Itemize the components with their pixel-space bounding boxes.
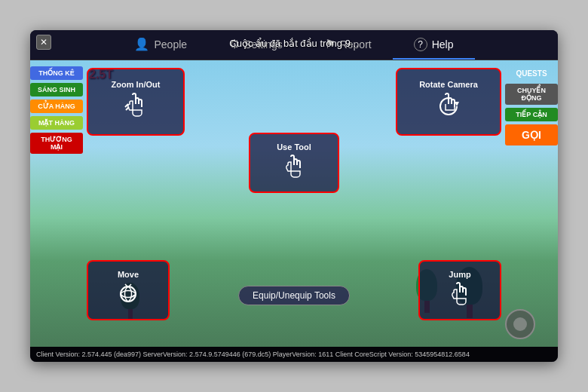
sidebar-thong-ke[interactable]: THỐNG KÊ	[30, 66, 83, 80]
sidebar-thuong-mai[interactable]: THƯƠNG MẠI	[30, 133, 83, 154]
help-icon: ?	[414, 38, 427, 51]
dpad-inner	[513, 317, 527, 331]
svg-line-0	[126, 107, 129, 110]
use-tool-button[interactable]: Use Tool	[249, 133, 339, 193]
left-sidebar: THỐNG KÊ SÁNG SINH CỬA HÀNG MẶT HÀNG THƯ…	[30, 60, 83, 347]
nav-people[interactable]: 👤 People	[113, 30, 208, 60]
move-icon	[116, 282, 140, 311]
jump-label: Jump	[449, 270, 470, 279]
app-window: ✕ 👤 People ⚙ Settings ⚑ Report ? Help	[30, 30, 558, 362]
sidebar-mat-hang[interactable]: MẶT HÀNG	[30, 116, 83, 130]
quests-header: QUESTS	[505, 66, 558, 81]
jump-button[interactable]: Jump	[418, 260, 501, 320]
svg-point-3	[121, 286, 136, 302]
rotate-cursor-icon	[435, 92, 462, 124]
rotate-label: Rotate Camera	[419, 80, 478, 89]
nav-people-label: People	[154, 38, 187, 51]
sidebar-cua-hang[interactable]: CỬA HÀNG	[30, 100, 83, 113]
jump-icon	[448, 282, 472, 311]
rotate-camera-button[interactable]: Rotate Camera	[396, 68, 501, 136]
equip-button[interactable]: Equip/Unequip Tools	[238, 286, 350, 305]
nav-help[interactable]: ? Help	[393, 30, 475, 60]
quest-tiep-can[interactable]: TIẾP CẬN	[505, 108, 558, 121]
status-bar: Client Version: 2.574.445 (dea997) Serve…	[30, 347, 558, 362]
quest-goi[interactable]: GỌI	[505, 124, 558, 145]
use-tool-icon	[282, 155, 306, 183]
quest-chuyen-dong[interactable]: CHUYỂN ĐỘNG	[505, 84, 558, 105]
zoom-label: Zoom In/Out	[112, 80, 161, 89]
status-text: Client Version: 2.574.445 (dea997) Serve…	[36, 351, 470, 358]
dpad-joystick[interactable]	[505, 309, 535, 339]
move-button[interactable]: Move	[87, 260, 170, 320]
zoom-button[interactable]: Zoom In/Out	[87, 68, 185, 136]
right-sidebar: QUESTS CHUYỂN ĐỘNG TIẾP CẬN GỌI	[498, 60, 558, 347]
move-label: Move	[118, 270, 139, 279]
zoom-cursor-icon	[122, 92, 149, 124]
use-tool-label: Use Tool	[277, 142, 311, 152]
nav-help-label: Help	[432, 38, 454, 51]
people-icon: 👤	[134, 37, 149, 51]
notification-text: Cuộc ẩu đã bắt đầu trong 9...	[229, 38, 358, 49]
close-button[interactable]: ✕	[36, 35, 51, 50]
sidebar-sang-sinh[interactable]: SÁNG SINH	[30, 83, 83, 96]
